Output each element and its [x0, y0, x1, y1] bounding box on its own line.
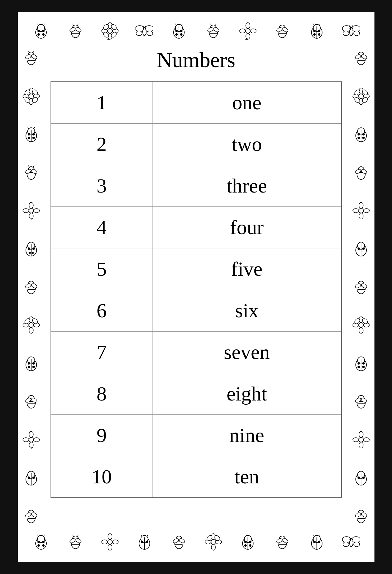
svg-point-168 [28, 477, 30, 479]
svg-line-53 [215, 24, 216, 26]
svg-point-130 [32, 247, 35, 250]
border-icon [32, 533, 50, 552]
word-cell-5: five [152, 248, 341, 290]
svg-point-230 [358, 362, 360, 365]
svg-line-16 [77, 24, 78, 26]
svg-point-41 [180, 30, 182, 32]
svg-line-15 [73, 24, 74, 26]
svg-point-160 [29, 431, 33, 437]
svg-line-110 [28, 127, 29, 129]
border-icon [239, 533, 257, 552]
border-bottom [24, 529, 369, 556]
svg-point-324 [350, 539, 351, 540]
svg-point-30 [145, 26, 153, 31]
border-icon [170, 22, 188, 41]
table-row: 8eight [51, 373, 341, 414]
svg-point-81 [350, 28, 351, 29]
svg-line-75 [319, 24, 320, 26]
svg-point-197 [362, 137, 365, 139]
svg-point-244 [363, 438, 369, 442]
numeral-cell-3: 3 [51, 165, 152, 206]
svg-point-325 [352, 539, 353, 540]
svg-point-31 [136, 31, 142, 36]
numeral-cell-7: 7 [51, 331, 152, 373]
svg-point-71 [318, 30, 320, 32]
svg-point-29 [136, 26, 144, 31]
svg-point-141 [29, 327, 33, 333]
numbers-table: 1one2two3three4four5five6six7seven8eight… [51, 81, 342, 498]
border-icon [170, 533, 188, 552]
svg-point-70 [313, 30, 316, 32]
svg-point-292 [211, 540, 216, 544]
word-cell-7: seven [152, 331, 341, 373]
numeral-cell-8: 8 [51, 373, 152, 414]
svg-point-196 [358, 137, 360, 139]
border-icon [273, 533, 291, 552]
svg-point-73 [318, 33, 320, 36]
svg-point-40 [175, 30, 178, 32]
svg-point-78 [352, 26, 360, 31]
svg-point-294 [211, 544, 215, 550]
svg-point-5 [37, 33, 40, 36]
border-icon [67, 22, 84, 41]
svg-point-57 [240, 29, 245, 33]
svg-point-107 [32, 133, 35, 135]
svg-point-273 [108, 540, 112, 544]
svg-point-159 [29, 437, 34, 442]
svg-point-6 [42, 33, 45, 36]
svg-point-277 [112, 540, 118, 544]
table-row: 4four [51, 206, 341, 248]
svg-point-233 [362, 366, 365, 368]
svg-line-92 [33, 51, 34, 53]
svg-point-3 [37, 30, 40, 32]
word-cell-2: two [152, 123, 341, 165]
svg-point-150 [32, 362, 35, 365]
svg-point-241 [359, 431, 363, 437]
table-row: 7seven [51, 331, 341, 373]
svg-point-261 [37, 544, 40, 547]
numeral-cell-2: 2 [51, 123, 152, 165]
svg-point-262 [42, 544, 45, 547]
word-cell-8: eight [152, 373, 341, 414]
svg-point-249 [362, 477, 365, 479]
svg-point-106 [28, 133, 30, 135]
svg-line-8 [43, 24, 45, 26]
border-icon [136, 533, 153, 552]
svg-line-317 [313, 535, 314, 537]
border-icon [204, 533, 222, 552]
border-icon [342, 22, 360, 41]
svg-point-222 [359, 327, 363, 333]
svg-point-305 [249, 544, 251, 547]
border-icon [308, 22, 326, 41]
svg-point-123 [23, 209, 29, 213]
word-cell-1: one [152, 82, 341, 123]
svg-point-120 [29, 208, 34, 213]
svg-point-206 [359, 213, 363, 219]
svg-point-208 [363, 209, 369, 213]
svg-point-220 [359, 323, 363, 327]
svg-point-4 [42, 30, 45, 32]
numeral-cell-4: 4 [51, 206, 152, 248]
border-icon [273, 22, 291, 41]
svg-point-282 [141, 541, 143, 543]
table-row: 1one [51, 82, 341, 123]
svg-line-118 [28, 165, 29, 167]
svg-point-80 [354, 31, 360, 36]
border-icon [101, 533, 119, 552]
svg-point-213 [362, 247, 365, 250]
svg-point-232 [358, 366, 360, 368]
border-icon [67, 533, 84, 552]
border-icon [136, 22, 153, 41]
word-cell-3: three [152, 165, 341, 206]
table-row: 3three [51, 165, 341, 206]
numeral-cell-1: 1 [51, 82, 152, 123]
svg-line-111 [34, 127, 35, 129]
page-title: Numbers [157, 48, 235, 72]
svg-line-119 [33, 165, 34, 167]
svg-point-283 [146, 541, 148, 543]
table-row: 10ten [51, 456, 341, 498]
svg-line-52 [210, 24, 212, 26]
svg-point-242 [359, 442, 363, 448]
svg-point-323 [354, 542, 360, 547]
svg-point-77 [342, 26, 351, 31]
